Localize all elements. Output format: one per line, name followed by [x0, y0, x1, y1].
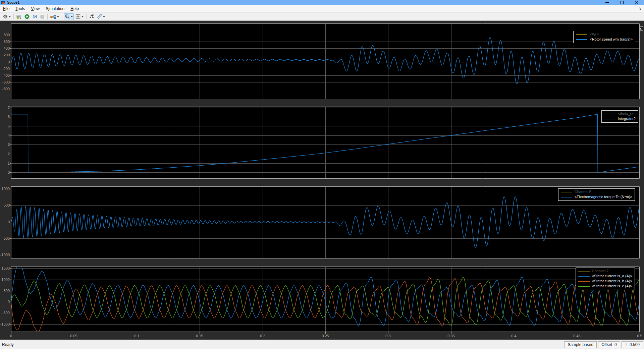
legend-line-swatch — [576, 34, 587, 35]
y-tick-mark — [10, 268, 11, 269]
legend-label: <Electromagnetic torque Te (N*m)> — [575, 195, 632, 199]
step-forward-icon — [32, 14, 37, 19]
signal-selector-button[interactable] — [49, 13, 60, 20]
chevron-down-icon[interactable] — [57, 16, 59, 17]
x-tick-mark — [325, 332, 326, 334]
status-segment-1: Offset=0 — [598, 341, 620, 348]
legend-entry[interactable]: <Electromagnetic torque Te (N*m)> — [561, 194, 632, 199]
zoom-in-button[interactable] — [64, 13, 74, 20]
legend-line-swatch — [561, 192, 572, 192]
y-tick-label: -800 — [0, 87, 10, 91]
y-tick-label: 500 — [0, 203, 10, 207]
y-tick-mark — [10, 126, 11, 126]
toolbar-overflow-icon[interactable] — [639, 7, 642, 10]
legend-line-swatch — [604, 119, 615, 119]
y-tick-label: 5 — [0, 124, 10, 128]
y-tick-label: 0 — [0, 60, 10, 64]
y-tick-label: 2 — [0, 152, 10, 156]
run-button[interactable] — [23, 13, 31, 20]
scope-plot-torque: 10005000-500-1000Channel 5<Electromagnet… — [0, 186, 644, 258]
legend-entry[interactable]: <Stator current is_a (A)> — [578, 274, 632, 279]
y-tick-label: 1500 — [0, 266, 10, 270]
menu-item-tools[interactable]: Tools — [12, 5, 28, 12]
maximize-button[interactable] — [614, 0, 629, 5]
matlab-scope-icon — [1, 1, 5, 4]
plot-area: 8006004002000-200-400-600-800<Wr><Rotor … — [0, 21, 644, 340]
measurements-button[interactable] — [96, 13, 106, 20]
x-tick-label: 0.1 — [130, 334, 144, 338]
x-tick-mark — [577, 332, 577, 334]
legend-entry[interactable]: Channel 7 — [578, 269, 632, 274]
status-segment-0: Sample based — [564, 341, 597, 348]
x-tick-label: 0.45 — [570, 334, 584, 338]
y-tick-mark — [10, 75, 11, 76]
y-tick-mark — [10, 89, 11, 89]
span-icon — [75, 14, 80, 19]
run-icon — [24, 14, 30, 19]
legend-entry[interactable]: Channel 5 — [561, 189, 632, 194]
toolbar — [0, 13, 644, 21]
y-tick-mark — [10, 222, 11, 222]
legend-entry[interactable]: <Stator current is_c (A)> — [578, 284, 632, 289]
legend-rotor-speed: <Wr><Rotor speed wm (rad/s)> — [573, 31, 635, 43]
y-tick-mark — [10, 205, 11, 206]
x-tick-label: 0.4 — [507, 334, 521, 338]
chevron-down-icon[interactable] — [71, 16, 73, 17]
simulink-snapshot-button[interactable] — [15, 13, 23, 20]
legend-torque: Channel 5<Electromagnetic torque Te (N*m… — [558, 188, 635, 201]
plot-canvas-rotor-speed[interactable] — [11, 23, 640, 99]
scope-plot-rotor-speed: 8006004002000-200-400-600-800<Wr><Rotor … — [0, 23, 644, 99]
y-tick-mark — [10, 35, 11, 35]
y-tick-mark — [10, 55, 11, 55]
y-tick-label: 4 — [0, 133, 10, 137]
x-tick-label: 0.15 — [193, 334, 206, 338]
legend-entry[interactable]: Integrator2 — [604, 116, 636, 121]
y-tick-mark — [10, 135, 11, 136]
menu-item-file[interactable]: File — [0, 5, 12, 12]
legend-label: Channel 5 — [575, 190, 591, 194]
legend-entry[interactable]: <Wr> — [576, 32, 633, 37]
y-tick-mark — [10, 154, 11, 154]
trigger-button[interactable] — [88, 13, 95, 20]
step-forward-button[interactable] — [31, 13, 38, 20]
stop-button[interactable] — [39, 13, 46, 20]
chevron-down-icon[interactable] — [9, 16, 11, 17]
y-tick-mark — [10, 82, 11, 82]
chevron-down-icon[interactable] — [103, 16, 105, 17]
plot-canvas-torque[interactable] — [11, 186, 640, 258]
minimize-button[interactable] — [600, 0, 614, 5]
menu-item-simulation[interactable]: Simulation — [43, 5, 67, 12]
plot-canvas-theta[interactable] — [11, 107, 640, 179]
y-tick-mark — [10, 117, 11, 117]
menu-item-help[interactable]: Help — [67, 5, 82, 12]
legend-entry[interactable]: <Rotor speed wm (rad/s)> — [576, 37, 633, 42]
y-tick-mark — [10, 144, 11, 145]
y-tick-mark — [10, 324, 11, 325]
chevron-down-icon[interactable] — [82, 16, 84, 17]
close-button[interactable] — [629, 0, 644, 5]
y-tick-mark — [10, 42, 11, 42]
y-tick-label: -600 — [0, 80, 10, 84]
x-tick-mark — [137, 332, 137, 334]
plot-canvas-stator-currents[interactable] — [11, 267, 640, 332]
menu-item-view[interactable]: View — [28, 5, 43, 12]
configuration-gear-button[interactable] — [2, 13, 12, 20]
legend-entry[interactable]: <theta_r> — [604, 111, 636, 116]
x-tick-mark — [514, 332, 514, 334]
x-tick-mark — [74, 332, 74, 334]
y-tick-mark — [10, 69, 11, 69]
legend-label: <Rotor speed wm (rad/s)> — [590, 37, 633, 42]
legend-theta: <theta_r>Integrator2 — [601, 110, 638, 123]
span-button[interactable] — [74, 13, 85, 20]
menu-bar: FileToolsViewSimulationHelp — [0, 5, 644, 13]
scope-plot-theta: 76543210<theta_r>Integrator2 — [0, 107, 644, 179]
y-tick-label: 1000 — [0, 278, 10, 282]
toolbar-separator — [13, 14, 14, 19]
y-tick-mark — [10, 238, 11, 239]
status-text: Ready — [2, 342, 14, 347]
legend-entry[interactable]: <Stator current is_b (A)> — [578, 279, 632, 284]
y-tick-mark — [10, 302, 11, 302]
x-tick-label: 0.35 — [444, 334, 458, 338]
y-tick-label: 500 — [0, 289, 10, 293]
legend-label: Integrator2 — [618, 117, 636, 121]
